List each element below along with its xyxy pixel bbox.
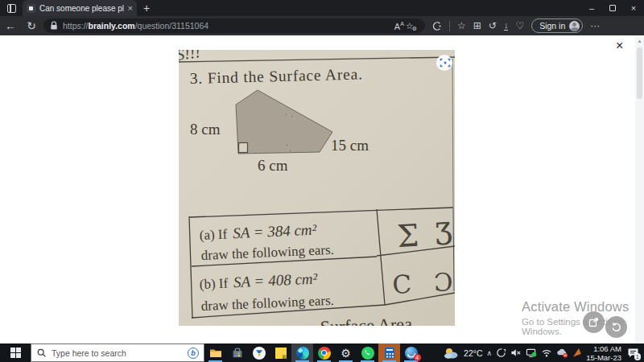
image-save-button[interactable] [605, 316, 627, 338]
downloads-icon[interactable]: ↓ [504, 21, 509, 31]
temperature-label[interactable]: 22°C [464, 348, 482, 358]
action-center-button[interactable]: 1 [625, 347, 640, 360]
favorites-icon[interactable]: ☆ [457, 21, 466, 31]
dimension-right: 15 cm [331, 137, 369, 154]
rotate-icon [611, 322, 621, 332]
taskbar-app-sticky-notes[interactable] [270, 343, 291, 362]
sticky-notes-icon [275, 348, 287, 359]
toolbar-divider [449, 21, 450, 31]
scrollbar-thumb[interactable] [637, 47, 642, 99]
taskbar-app-edge[interactable] [291, 343, 313, 362]
text-size-small: A [400, 21, 404, 27]
image-share-button[interactable] [583, 311, 605, 333]
dimension-bottom: 6 cm [258, 157, 288, 174]
address-bar-actions: AA ☆⚙ [394, 21, 419, 31]
taskbar-search[interactable]: Type here to search b [31, 343, 204, 362]
action-center-badge: 1 [634, 353, 642, 360]
image-close-icon[interactable]: × [616, 39, 623, 52]
restore-button[interactable] [602, 0, 623, 16]
funnel-icon [253, 347, 266, 360]
search-placeholder: Type here to search [52, 348, 183, 358]
start-button[interactable] [0, 343, 31, 362]
new-tab-button[interactable]: + [137, 2, 156, 14]
text-size-icon[interactable]: AA [394, 21, 404, 31]
sign-in-button[interactable]: Sign in [531, 19, 583, 33]
taskbar-app-store[interactable] [226, 343, 248, 362]
url-domain: brainly.com [89, 21, 135, 31]
right-angle-mark [239, 143, 248, 153]
back-button[interactable]: ← [0, 20, 21, 31]
taskbar-app-calculator[interactable] [378, 343, 400, 362]
share-icon [588, 317, 599, 327]
taskbar-app-explorer[interactable] [204, 343, 226, 362]
history-icon[interactable]: ↺ [489, 21, 497, 31]
messenger-icon: 4 [405, 347, 418, 360]
update-icon[interactable] [496, 348, 506, 358]
worksheet-image[interactable]: S!!! 3. Find the Surface Area. 8 cm 15 c… [179, 50, 455, 326]
row-a-symbols: Ʃ Ʒ [396, 216, 455, 254]
tab-layout-icon[interactable] [0, 0, 23, 16]
activate-title: Activate Windows [522, 299, 644, 315]
browser-tab[interactable]: Can someone please please help × [23, 0, 137, 16]
taskbar: Type here to search b ⚙ 4 22°C ∧ [0, 343, 644, 362]
wifi-icon[interactable] [541, 348, 552, 358]
store-icon [231, 347, 244, 360]
onedrive-error-icon[interactable] [556, 348, 568, 358]
whatsapp-icon [361, 347, 374, 360]
cone-icon[interactable] [572, 348, 582, 358]
url-text: https://brainly.com/question/31151064 [63, 21, 208, 31]
row-b-symbols: C Ɔ [391, 267, 455, 299]
collections-icon[interactable]: ⊞ [473, 21, 481, 31]
calculator-icon [385, 348, 394, 359]
browser-essentials-icon[interactable]: ♡ [515, 21, 524, 31]
url-path: /question/31151064 [135, 21, 208, 31]
settings-menu-icon[interactable]: ··· [590, 21, 600, 31]
window-controls: – × [581, 0, 644, 16]
weather-icon[interactable] [444, 348, 460, 359]
url-scheme: https:// [63, 21, 89, 31]
restore-icon [609, 5, 616, 11]
clock[interactable]: 1:06 AM 15-Mar-23 [586, 344, 621, 362]
bing-icon[interactable]: b [188, 348, 199, 359]
search-icon [36, 348, 47, 358]
discover-icon[interactable] [431, 21, 442, 31]
tab-close-icon[interactable]: × [128, 4, 133, 13]
taskbar-app-chrome[interactable] [313, 343, 335, 362]
tab-layout-glyph [7, 4, 16, 13]
system-tray: 22°C ∧ 1:06 AM 15-Mar-23 1 [444, 343, 644, 362]
tray-time: 1:06 AM [586, 344, 621, 353]
row-b-label: (b) If [199, 275, 229, 292]
notification-badge: 4 [414, 354, 421, 361]
taskbar-app-funnel[interactable] [248, 343, 270, 362]
scrollbar[interactable]: ▴ [635, 35, 644, 343]
taskbar-app-messenger[interactable]: 4 [400, 343, 422, 362]
scroll-up-icon[interactable]: ▴ [635, 35, 644, 44]
close-window-button[interactable]: × [623, 0, 644, 16]
edge-icon [296, 347, 309, 360]
lock-icon [50, 21, 58, 31]
row-a-label: (a) If [199, 226, 228, 242]
browser-toolbar: ← ↻ https://brainly.com/question/3115106… [0, 16, 644, 35]
taskbar-app-whatsapp[interactable] [357, 343, 378, 362]
chrome-icon [318, 347, 331, 360]
address-bar[interactable]: https://brainly.com/question/31151064 AA… [43, 19, 425, 33]
avatar-icon [569, 21, 580, 31]
tray-date: 15-Mar-23 [586, 353, 621, 362]
add-favorite-icon[interactable]: ☆⚙ [406, 21, 419, 31]
sign-in-label: Sign in [539, 21, 565, 31]
tray-expand-icon[interactable]: ∧ [487, 349, 493, 357]
display-cast-icon[interactable] [526, 348, 537, 358]
browser-titlebar: Can someone please please help × + – × [0, 0, 644, 16]
page-content: × S!!! 3 [0, 35, 644, 343]
volume-muted-icon[interactable] [510, 348, 522, 358]
dimension-left: 8 cm [190, 121, 221, 138]
gear-glyph: ⚙ [412, 26, 417, 31]
minimize-button[interactable]: – [581, 0, 602, 16]
toolbar-icons: ☆ ⊞ ↺ ↓ ♡ Sign in ··· [431, 19, 600, 33]
taskbar-app-settings[interactable]: ⚙ [335, 343, 357, 362]
tab-title: Can someone please please help [39, 4, 124, 13]
reload-button[interactable]: ↻ [21, 20, 42, 31]
tab-favicon [27, 4, 35, 13]
screen: Can someone please please help × + – × ←… [0, 0, 644, 362]
visual-search-icon[interactable] [436, 55, 452, 71]
